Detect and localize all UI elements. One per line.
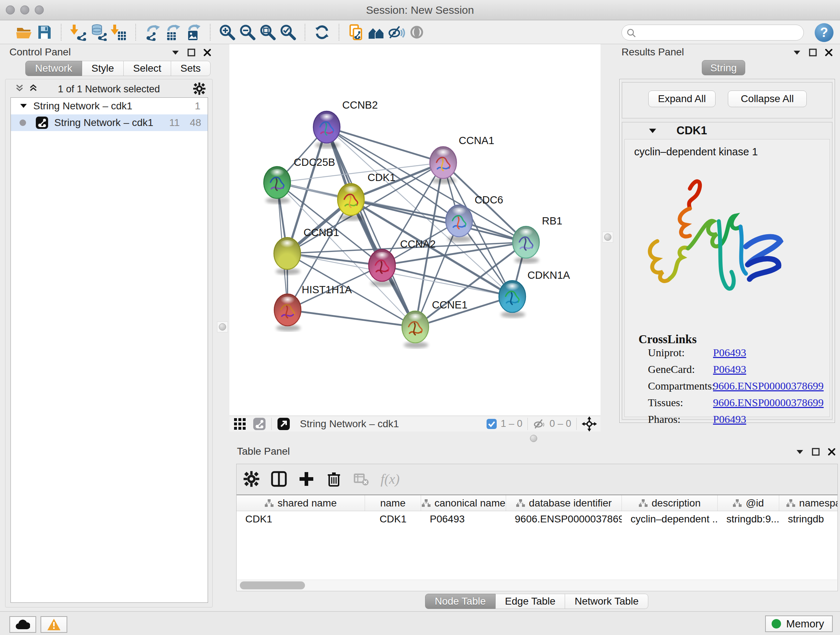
- node-table[interactable]: shared namenamecanonical namedatabase id…: [237, 494, 837, 591]
- close-panel-icon[interactable]: [827, 447, 836, 456]
- hide-selected-button[interactable]: [386, 22, 407, 42]
- panel-menu-icon[interactable]: [171, 48, 180, 57]
- show-columns-icon[interactable]: [271, 470, 287, 487]
- right-splitter-handle[interactable]: [602, 232, 613, 242]
- node-CCNE1[interactable]: [402, 311, 429, 348]
- node-label-CCNB2: CCNB2: [342, 99, 378, 111]
- session-home-button[interactable]: [366, 22, 386, 42]
- table-row[interactable]: CDK1CDK1P064939606.ENSP00000378699cyclin…: [237, 511, 837, 528]
- import-network-database-button[interactable]: [88, 22, 109, 42]
- section-expander-icon[interactable]: [647, 126, 658, 136]
- table-cell[interactable]: stringdb:9...: [718, 511, 779, 528]
- panel-menu-icon[interactable]: [792, 48, 802, 57]
- zoom-fit-button[interactable]: [257, 22, 278, 42]
- left-splitter-handle[interactable]: [217, 321, 228, 333]
- copy-style-button[interactable]: [346, 22, 366, 42]
- scrollbar-thumb[interactable]: [240, 581, 305, 589]
- export-network-button[interactable]: [142, 22, 163, 42]
- node-CCNB1[interactable]: [274, 238, 301, 275]
- network-collection-row[interactable]: String Network – cdk1 1: [11, 98, 208, 114]
- table-cell[interactable]: cyclin–dependent ...: [622, 511, 718, 528]
- column-header[interactable]: namespace: [779, 495, 837, 511]
- column-header[interactable]: database identifier: [506, 495, 622, 511]
- gene-details: cyclin–dependent kinase 1 CrossLinks Uni…: [624, 139, 830, 417]
- apply-layout-button[interactable]: [312, 22, 332, 42]
- collapse-all-button[interactable]: Collapse All: [728, 90, 807, 107]
- tree-expander-icon[interactable]: [19, 101, 28, 111]
- search-input[interactable]: [639, 26, 798, 40]
- memory-label: Memory: [786, 618, 824, 630]
- zoom-in-button[interactable]: [217, 22, 237, 42]
- delete-column-trash-icon[interactable]: [325, 470, 342, 487]
- crosslink-link[interactable]: P06493: [713, 347, 746, 359]
- network-badge-gray-icon[interactable]: [253, 417, 266, 431]
- tab-network[interactable]: Network: [25, 61, 82, 76]
- crosslink-label: Tissues:: [648, 396, 683, 409]
- memory-button[interactable]: Memory: [765, 616, 833, 632]
- network-graph[interactable]: CCNB2CCNA1CDC25BCDK1CDC6RB1CCNB1CCNA2CDK…: [229, 44, 600, 416]
- close-panel-icon[interactable]: [202, 48, 212, 57]
- node-CDC6[interactable]: [446, 205, 472, 242]
- column-header[interactable]: @id: [718, 495, 779, 511]
- node-RB1[interactable]: [513, 226, 539, 264]
- cloud-status-button[interactable]: [9, 616, 36, 633]
- tab-string[interactable]: String: [702, 60, 745, 75]
- birds-eye-grid-icon[interactable]: [233, 417, 247, 431]
- panel-menu-icon[interactable]: [795, 447, 805, 456]
- table-cell[interactable]: CDK1: [365, 511, 421, 528]
- float-panel-icon[interactable]: [811, 447, 821, 456]
- table-tab-node-table[interactable]: Node Table: [425, 594, 496, 609]
- selected-checkbox-icon[interactable]: [486, 418, 497, 429]
- network-row-selected[interactable]: String Network – cdk1 11 48: [11, 114, 208, 131]
- table-tab-network-table[interactable]: Network Table: [565, 594, 648, 609]
- import-table-button[interactable]: [109, 22, 129, 42]
- warnings-button[interactable]: [41, 616, 67, 633]
- create-column-plus-icon[interactable]: [298, 470, 315, 487]
- zoom-selected-button[interactable]: [278, 22, 298, 42]
- expand-all-button[interactable]: Expand All: [648, 90, 715, 107]
- crosslink-link[interactable]: 9606.ENSP00000378699: [713, 396, 824, 409]
- help-button[interactable]: ?: [815, 23, 834, 42]
- open-in-window-icon[interactable]: [277, 417, 291, 431]
- table-horizontal-scrollbar[interactable]: [237, 580, 837, 591]
- tab-select[interactable]: Select: [124, 61, 171, 76]
- column-header[interactable]: description: [622, 495, 718, 511]
- node-CDC25B[interactable]: [264, 166, 291, 204]
- network-options-gear-icon[interactable]: [193, 82, 206, 95]
- table-cell[interactable]: stringdb: [779, 511, 837, 528]
- node-CCNB2[interactable]: [313, 111, 340, 149]
- tab-sets[interactable]: Sets: [171, 61, 210, 76]
- table-cell[interactable]: 9606.ENSP00000378699: [506, 511, 622, 528]
- open-session-button[interactable]: [14, 22, 34, 42]
- export-table-button[interactable]: [163, 22, 183, 42]
- crosslink-link[interactable]: P06493: [713, 413, 746, 425]
- tab-style[interactable]: Style: [82, 61, 124, 76]
- column-header[interactable]: shared name: [237, 495, 365, 511]
- network-canvas[interactable]: CCNB2CCNA1CDC25BCDK1CDC6RB1CCNB1CCNA2CDK…: [229, 44, 600, 416]
- node-label-CDK1: CDK1: [368, 172, 395, 183]
- gray-sphere-icon: [408, 24, 425, 41]
- table-options-gear-icon[interactable]: [243, 470, 260, 487]
- float-panel-icon[interactable]: [187, 48, 196, 57]
- crosslink-link[interactable]: 9606.ENSP00000378699: [713, 380, 824, 392]
- bottom-splitter-handle[interactable]: [528, 433, 539, 444]
- node-CDKN1A[interactable]: [499, 280, 526, 318]
- export-network-icon: [144, 24, 161, 41]
- search-field[interactable]: [622, 25, 804, 41]
- close-panel-icon[interactable]: [824, 48, 834, 57]
- move-crosshair-icon[interactable]: [582, 416, 597, 432]
- export-image-button[interactable]: [183, 22, 203, 42]
- column-header[interactable]: name: [365, 495, 421, 511]
- show-graphics-button[interactable]: [407, 22, 427, 42]
- control-panel: Control Panel Network Style Select Sets …: [3, 44, 216, 608]
- float-panel-icon[interactable]: [808, 48, 818, 57]
- table-cell[interactable]: P06493: [421, 511, 506, 528]
- table-tab-edge-table[interactable]: Edge Table: [496, 594, 565, 609]
- zoom-out-button[interactable]: [237, 22, 257, 42]
- column-header[interactable]: canonical name: [421, 495, 506, 511]
- crosslink-link[interactable]: P06493: [713, 363, 746, 375]
- table-cell[interactable]: CDK1: [237, 511, 365, 528]
- import-network-file-button[interactable]: [68, 22, 88, 42]
- save-session-button[interactable]: [34, 22, 54, 42]
- node-HIST1H1A[interactable]: [274, 294, 301, 331]
